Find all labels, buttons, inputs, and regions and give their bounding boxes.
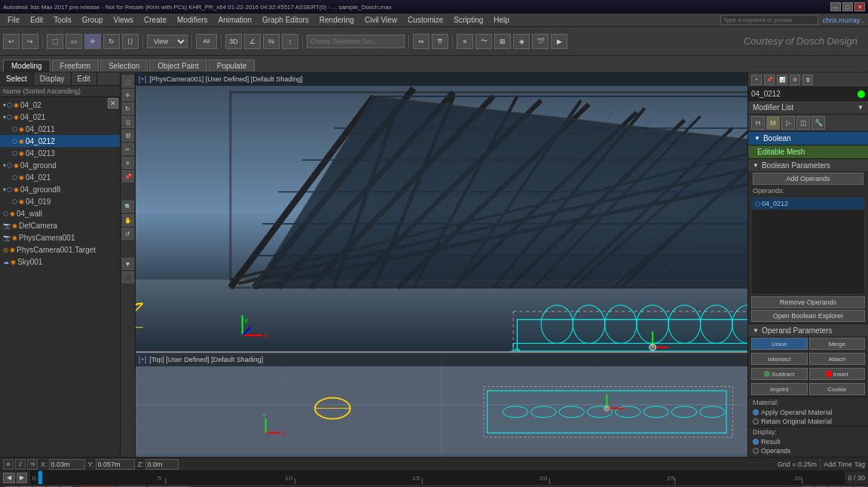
menu-rendering[interactable]: Rendering — [315, 15, 359, 25]
scene-item-physcamera001-target[interactable]: ◎ ◉ PhysCamera001.Target — [0, 244, 120, 256]
strip-select[interactable]: ⬚ — [122, 75, 134, 87]
timeline-ruler[interactable]: 0 5 10 15 20 25 30 — [30, 471, 845, 484]
rotate-button[interactable]: ↻ — [103, 34, 120, 49]
percent-snap-button[interactable]: % — [263, 34, 280, 49]
display-result-radio[interactable] — [753, 439, 759, 445]
move-button[interactable]: ✛ — [84, 34, 101, 49]
tab-object-paint[interactable]: Object Paint — [149, 60, 206, 72]
open-boolean-explorer-button[interactable]: Open Boolean Explorer — [751, 310, 865, 322]
mod-tab-hierarchy[interactable]: H — [751, 116, 765, 130]
snap-toggle[interactable]: % — [27, 459, 38, 470]
scene-item-04-ground8[interactable]: ▾ ⬡ ◉ 04_ground8 — [0, 183, 120, 195]
search-box[interactable] — [720, 15, 818, 25]
menu-group[interactable]: Group — [78, 15, 108, 25]
scene-tab-display[interactable]: Display — [34, 72, 72, 85]
snap-2d-btn[interactable]: 2 — [15, 459, 26, 470]
tab-selection[interactable]: Selection — [100, 60, 148, 72]
curve-editor-button[interactable]: 〜 — [475, 34, 492, 49]
snap-3d-button[interactable]: 3D — [225, 34, 242, 49]
bool-attach-button[interactable]: Attach — [809, 353, 866, 365]
menu-edit[interactable]: Edit — [26, 15, 47, 25]
schematic-view-button[interactable]: ⊠ — [494, 34, 511, 49]
menu-help[interactable]: Help — [489, 15, 514, 25]
rp-icon-graph[interactable]: 📊 — [777, 75, 787, 85]
tab-populate[interactable]: Populate — [209, 60, 255, 72]
scene-item-defcamera[interactable]: 📷 ◉ DefCamera — [0, 219, 120, 231]
material-editor-button[interactable]: ◈ — [513, 34, 530, 49]
rp-icon-pin[interactable]: 📌 — [764, 75, 775, 85]
mod-tab-display[interactable]: ◫ — [796, 116, 810, 130]
tab-freeform[interactable]: Freeform — [52, 60, 99, 72]
scene-item-04-0213[interactable]: ⬡ ◉ 04_0213 — [0, 147, 120, 159]
scene-item-04-0212[interactable]: ⬡ ◉ 04_0212 — [0, 135, 120, 147]
scene-item-04-ground[interactable]: ▾ ⬡ ◉ 04_ground — [0, 159, 120, 171]
z-input[interactable]: 0.0m — [145, 459, 179, 470]
menu-views[interactable]: Views — [109, 15, 139, 25]
spinner-snap-button[interactable]: ↕ — [282, 34, 298, 49]
bool-merge-button[interactable]: Merge — [809, 338, 866, 350]
scene-item-04-02[interactable]: ▾ ⬡ ◉ 04_02 — [0, 99, 120, 111]
menu-modifiers[interactable]: Modifiers — [173, 15, 212, 25]
select-region-button[interactable]: ▭ — [66, 34, 82, 49]
bool-cookie-button[interactable]: Cookie — [809, 383, 866, 395]
modifier-boolean[interactable]: ▼ Boolean — [748, 132, 868, 145]
maximize-button[interactable]: □ — [842, 2, 853, 11]
scene-item-04-021[interactable]: ▾ ⬡ ◉ 04_021 — [0, 111, 120, 123]
timeline-next[interactable]: ▶ — [17, 473, 27, 483]
reference-coord-dropdown[interactable]: ViewWorldLocal — [147, 35, 188, 48]
strip-link[interactable]: ⛓ — [122, 130, 134, 142]
strip-unlink[interactable]: ✂ — [122, 143, 134, 155]
mirror-button[interactable]: ⇔ — [413, 34, 429, 49]
remove-operands-button[interactable]: Remove Operands — [751, 296, 865, 308]
strip-zoom[interactable]: 🔍 — [122, 201, 134, 213]
search-input[interactable] — [720, 15, 818, 25]
scene-item-04-019[interactable]: ⬡ ◉ 04_019 — [0, 195, 120, 207]
layer-manager-button[interactable]: ≡ — [457, 34, 473, 49]
tab-modeling[interactable]: Modeling — [3, 60, 50, 72]
scene-tab-select[interactable]: Select — [0, 72, 34, 85]
bool-union-button[interactable]: Union — [751, 338, 808, 350]
operand-list-box[interactable]: ⬡ 04_0212 — [751, 197, 865, 295]
operand-params-header[interactable]: ▼ Operand Parameters — [748, 324, 868, 336]
mod-tab-modifier[interactable]: M — [766, 116, 780, 130]
scene-item-04-wall[interactable]: ⬡ ◉ 04_wall — [0, 207, 120, 219]
render-button[interactable]: ▶ — [551, 34, 567, 49]
angle-snap-button[interactable]: ∠ — [244, 34, 261, 49]
mod-tab-utility[interactable]: 🔧 — [811, 116, 825, 130]
menu-customize[interactable]: Customize — [403, 15, 448, 25]
strip-bones[interactable]: ≡ — [122, 157, 134, 169]
menu-graph-editors[interactable]: Graph Editors — [258, 15, 313, 25]
close-button[interactable]: ✕ — [854, 2, 865, 11]
select-object-button[interactable]: ⬚ — [47, 34, 63, 49]
strip-orbit[interactable]: ↺ — [122, 228, 134, 240]
rp-icon-config[interactable]: ⚙ — [790, 75, 800, 85]
material-retain-radio[interactable] — [753, 418, 759, 424]
bool-insert-button[interactable]: Insert — [809, 368, 866, 380]
scene-item-physcamera001[interactable]: 📷 ◉ PhysCamera001 — [0, 231, 120, 244]
selection-set-input[interactable] — [307, 35, 405, 48]
redo-button[interactable]: ↪ — [22, 34, 38, 49]
operand-item-04-0212[interactable]: ⬡ 04_0212 — [752, 198, 864, 210]
align-button[interactable]: ⇈ — [432, 34, 448, 49]
menu-civil-view[interactable]: Civil View — [360, 15, 402, 25]
menu-create[interactable]: Create — [139, 15, 171, 25]
x-input[interactable]: 0.03m — [49, 459, 85, 470]
scale-button[interactable]: ⟨⟩ — [122, 34, 139, 49]
scene-tab-edit[interactable]: Edit — [72, 72, 97, 85]
menu-animation[interactable]: Animation — [214, 15, 256, 25]
menu-tools[interactable]: Tools — [49, 15, 75, 25]
mod-tab-motion[interactable]: ▷ — [781, 116, 795, 130]
y-input[interactable]: 0.057m — [96, 459, 135, 470]
boolean-params-header[interactable]: ▼ Boolean Parameters — [748, 159, 868, 171]
strip-move[interactable]: ✛ — [122, 89, 134, 101]
filter-all[interactable]: All — [196, 34, 217, 49]
minimize-button[interactable]: — — [830, 2, 841, 11]
strip-pin[interactable]: 📌 — [122, 170, 134, 182]
strip-render-region[interactable]: ⬛ — [122, 271, 134, 283]
scene-item-sky001[interactable]: ☁ ◉ Sky001 — [0, 256, 120, 268]
viewport-plus-icon[interactable]: [+] — [139, 75, 146, 83]
timeline-prev[interactable]: ◀ — [3, 473, 15, 483]
material-apply-radio[interactable] — [753, 409, 759, 415]
strip-rotate[interactable]: ↻ — [122, 103, 134, 115]
rp-icon-delete[interactable]: 🗑 — [802, 75, 813, 85]
